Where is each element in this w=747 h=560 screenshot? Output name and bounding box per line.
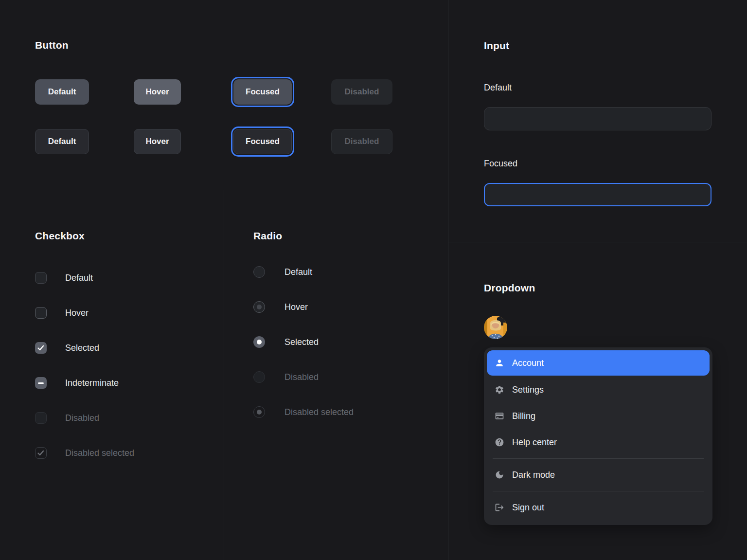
vertical-divider-checkbox-radio [224, 190, 224, 560]
dropdown-menu: Account Settings Billing Help center [484, 347, 712, 525]
avatar-image [484, 316, 507, 339]
dropdown-section-title: Dropdown [484, 282, 535, 294]
radio-row-hover: Hover [253, 301, 308, 313]
menu-item-settings[interactable]: Settings [487, 377, 710, 403]
button-secondary-disabled: Disabled [331, 129, 392, 154]
sign-out-icon [495, 503, 504, 512]
radio-hover-label: Hover [285, 302, 308, 312]
radio-selected-label: Selected [285, 337, 319, 347]
indeterminate-dash-icon [38, 382, 44, 384]
radio-selected[interactable] [253, 336, 265, 348]
check-icon [37, 344, 45, 352]
horizontal-divider-right [448, 242, 747, 242]
checkbox-selected-label: Selected [65, 343, 99, 353]
menu-item-account[interactable]: Account [487, 350, 710, 376]
radio-default-label: Default [285, 267, 312, 277]
credit-card-icon [495, 411, 504, 421]
button-section-title: Button [35, 39, 69, 51]
button-primary-focused[interactable]: Focused [233, 79, 292, 105]
check-icon [37, 449, 45, 457]
menu-divider [493, 458, 704, 459]
moon-icon [495, 470, 504, 480]
input-section-title: Input [484, 40, 509, 52]
button-secondary-hover[interactable]: Hover [134, 129, 181, 154]
checkbox-disabled [35, 412, 47, 424]
checkbox-default-label: Default [65, 273, 93, 283]
menu-item-label: Help center [512, 437, 557, 448]
input-focused-label: Focused [484, 159, 517, 169]
button-secondary-focused[interactable]: Focused [233, 129, 292, 154]
radio-dot-icon [257, 340, 262, 344]
menu-item-billing[interactable]: Billing [487, 403, 710, 429]
menu-item-label: Account [512, 358, 544, 368]
checkbox-row-disabled: Disabled [35, 412, 99, 424]
checkbox-row-indeterminate: Indeterminate [35, 377, 119, 389]
button-primary-default[interactable]: Default [35, 79, 89, 105]
user-avatar[interactable] [484, 316, 507, 339]
checkbox-indeterminate[interactable] [35, 377, 47, 389]
radio-disabled-selected-label: Disabled selected [285, 407, 354, 417]
input-focused-field[interactable] [484, 183, 711, 206]
menu-item-label: Settings [512, 385, 544, 395]
radio-hover[interactable] [253, 301, 265, 313]
button-secondary-default[interactable]: Default [35, 129, 89, 154]
radio-section-title: Radio [253, 230, 282, 242]
menu-item-dark-mode[interactable]: Dark mode [487, 462, 710, 488]
checkbox-hover[interactable] [35, 307, 47, 319]
menu-item-label: Sign out [512, 503, 544, 513]
checkbox-row-selected: Selected [35, 342, 99, 354]
radio-dot-icon [257, 410, 262, 415]
vertical-divider-main [448, 0, 448, 560]
gear-icon [495, 385, 504, 395]
style-guide-canvas: Button Default Hover Focused Disabled De… [0, 0, 747, 560]
checkbox-hover-label: Hover [65, 308, 89, 318]
checkbox-selected[interactable] [35, 342, 47, 354]
checkbox-indeterminate-label: Indeterminate [65, 378, 119, 388]
input-default-label: Default [484, 83, 512, 93]
horizontal-divider-left [0, 190, 448, 190]
checkbox-row-disabled-selected: Disabled selected [35, 447, 134, 459]
menu-item-sign-out[interactable]: Sign out [487, 494, 710, 521]
radio-row-selected: Selected [253, 336, 319, 348]
checkbox-row-default: Default [35, 272, 93, 284]
radio-disabled-selected [253, 406, 265, 418]
checkbox-row-hover: Hover [35, 307, 89, 319]
input-default-field[interactable] [484, 107, 711, 130]
checkbox-default[interactable] [35, 272, 47, 284]
menu-divider [493, 491, 704, 491]
radio-disabled-label: Disabled [285, 372, 319, 382]
radio-default[interactable] [253, 266, 265, 278]
checkbox-section-title: Checkbox [35, 230, 85, 242]
radio-row-default: Default [253, 266, 312, 278]
menu-item-help-center[interactable]: Help center [487, 429, 710, 455]
checkbox-disabled-selected-label: Disabled selected [65, 448, 134, 458]
radio-disabled [253, 371, 265, 383]
help-icon [495, 437, 504, 447]
menu-item-label: Dark mode [512, 470, 555, 480]
menu-item-label: Billing [512, 411, 535, 421]
radio-row-disabled: Disabled [253, 371, 319, 383]
button-primary-disabled: Disabled [331, 79, 392, 105]
user-icon [495, 358, 504, 368]
radio-row-disabled-selected: Disabled selected [253, 406, 354, 418]
button-primary-hover[interactable]: Hover [134, 79, 181, 105]
checkbox-disabled-label: Disabled [65, 413, 99, 423]
checkbox-disabled-selected [35, 447, 47, 459]
